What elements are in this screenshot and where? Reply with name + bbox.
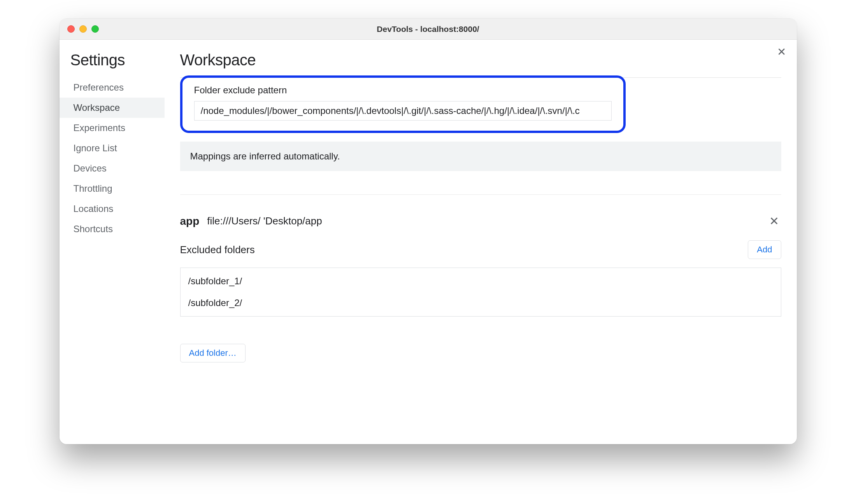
sidebar-item-throttling[interactable]: Throttling [60, 178, 165, 199]
excluded-header: Excluded folders Add [180, 240, 781, 259]
sidebar-item-devices[interactable]: Devices [60, 158, 165, 178]
workspace-folder-row: app file:///Users/ 'Desktop/app ✕ [180, 194, 781, 240]
exclude-pattern-label: Folder exclude pattern [194, 85, 612, 96]
sidebar-item-experiments[interactable]: Experiments [60, 118, 165, 138]
content: ✕ Settings PreferencesWorkspaceExperimen… [60, 40, 797, 444]
exclude-pattern-input[interactable] [194, 101, 612, 121]
remove-folder-icon[interactable]: ✕ [769, 214, 781, 228]
sidebar-item-shortcuts[interactable]: Shortcuts [60, 219, 165, 239]
folder-exclude-highlight: Folder exclude pattern [180, 75, 626, 133]
excluded-folder-item[interactable]: /subfolder_2/ [181, 292, 781, 314]
sidebar-item-workspace[interactable]: Workspace [60, 98, 165, 118]
settings-title: Settings [60, 51, 165, 77]
sidebar-item-ignore-list[interactable]: Ignore List [60, 138, 165, 158]
traffic-lights [67, 25, 99, 33]
add-excluded-button[interactable]: Add [748, 240, 781, 259]
close-icon[interactable]: ✕ [777, 47, 786, 58]
window-title: DevTools - localhost:8000/ [60, 24, 797, 34]
excluded-folder-item[interactable]: /subfolder_1/ [181, 270, 781, 292]
excluded-folders-label: Excluded folders [180, 244, 255, 256]
settings-sidebar: Settings PreferencesWorkspaceExperiments… [60, 40, 165, 444]
folder-path: file:///Users/ 'Desktop/app [207, 215, 322, 227]
add-folder-button[interactable]: Add folder… [180, 344, 246, 362]
zoom-window-icon[interactable] [91, 25, 99, 33]
close-window-icon[interactable] [67, 25, 75, 33]
settings-main: Workspace Folder exclude pattern Mapping… [165, 40, 797, 444]
devtools-window: DevTools - localhost:8000/ ✕ Settings Pr… [60, 19, 797, 444]
excluded-folders-list: /subfolder_1//subfolder_2/ [180, 268, 781, 317]
page-title: Workspace [180, 51, 781, 78]
titlebar: DevTools - localhost:8000/ [60, 19, 797, 40]
sidebar-item-locations[interactable]: Locations [60, 199, 165, 219]
folder-name: app [180, 215, 200, 228]
sidebar-item-preferences[interactable]: Preferences [60, 77, 165, 98]
minimize-window-icon[interactable] [79, 25, 87, 33]
mappings-info-banner: Mappings are inferred automatically. [180, 142, 781, 171]
